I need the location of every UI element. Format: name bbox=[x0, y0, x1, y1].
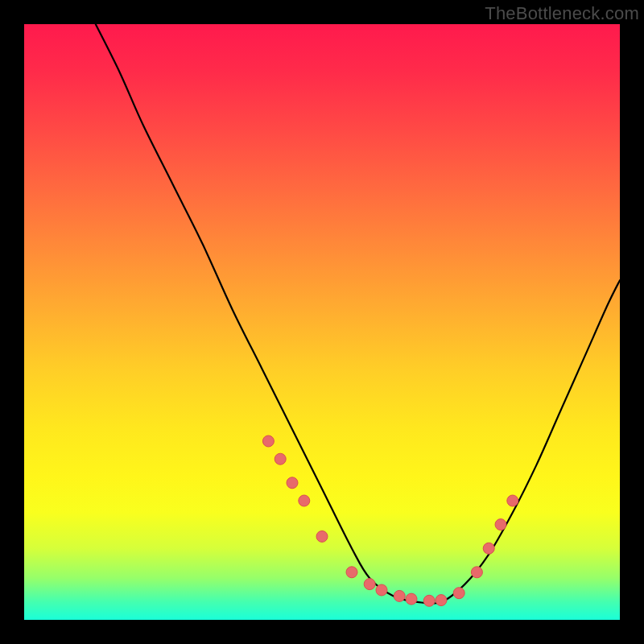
data-marker bbox=[299, 495, 310, 506]
data-marker bbox=[275, 453, 286, 464]
bottleneck-curve bbox=[96, 24, 620, 604]
data-marker bbox=[436, 595, 447, 606]
data-marker bbox=[346, 567, 357, 578]
data-marker bbox=[495, 519, 506, 530]
data-marker bbox=[262, 436, 274, 447]
data-marker bbox=[483, 543, 494, 554]
watermark: TheBottleneck.com bbox=[485, 3, 639, 24]
data-marker bbox=[423, 595, 435, 606]
data-marker bbox=[287, 477, 298, 489]
data-marker bbox=[471, 567, 482, 578]
data-marker bbox=[453, 588, 464, 599]
data-marker bbox=[376, 584, 387, 596]
chart-svg bbox=[24, 24, 620, 620]
data-marker bbox=[364, 579, 375, 590]
data-marker bbox=[316, 530, 328, 542]
marker-group bbox=[262, 436, 518, 606]
data-marker bbox=[406, 593, 417, 605]
data-marker bbox=[507, 495, 518, 506]
data-marker bbox=[394, 590, 405, 601]
chart-area bbox=[24, 24, 620, 620]
